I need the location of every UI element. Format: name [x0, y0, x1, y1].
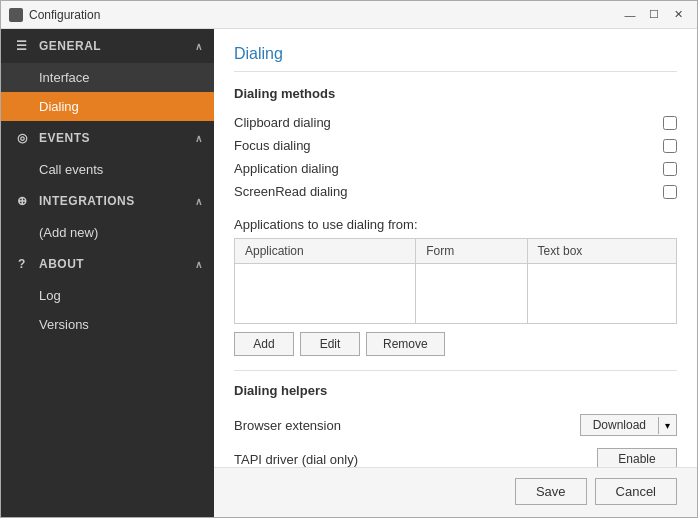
about-icon: ?	[13, 255, 31, 273]
window-title: Configuration	[29, 8, 100, 22]
about-chevron: ∧	[195, 259, 203, 270]
general-icon: ☰	[13, 37, 31, 55]
events-icon: ◎	[13, 129, 31, 147]
col-textbox: Text box	[527, 239, 676, 264]
sidebar-section-general[interactable]: ☰ GENERAL ∧	[1, 29, 214, 63]
section-divider	[234, 370, 677, 371]
dialing-helpers-section: Dialing helpers Browser extension Downlo…	[234, 383, 677, 467]
col-form: Form	[416, 239, 527, 264]
sidebar-item-versions[interactable]: Versions	[1, 310, 214, 339]
applications-table-section: Applications to use dialing from: Applic…	[234, 217, 677, 356]
sidebar-item-call-events[interactable]: Call events	[1, 155, 214, 184]
checkbox-clipboard: Clipboard dialing	[234, 111, 677, 134]
sidebar-item-add-new[interactable]: (Add new)	[1, 218, 214, 247]
edit-button[interactable]: Edit	[300, 332, 360, 356]
maximize-button[interactable]: ☐	[643, 6, 665, 24]
table-row	[235, 284, 677, 304]
checkbox-focus-input[interactable]	[663, 139, 677, 153]
sidebar-item-log[interactable]: Log	[1, 281, 214, 310]
main-content: ☰ GENERAL ∧ Interface Dialing ◎ EVENTS ∧	[1, 29, 697, 517]
sidebar-section-general-label: GENERAL	[39, 39, 101, 53]
helper-tapi-driver: TAPI driver (dial only) Enable	[234, 442, 677, 467]
col-application: Application	[235, 239, 416, 264]
window-controls: — ☐ ✕	[619, 6, 689, 24]
sidebar-section-about-label: ABOUT	[39, 257, 84, 271]
applications-table: Application Form Text box	[234, 238, 677, 324]
content-area: Dialing Dialing methods Clipboard dialin…	[214, 29, 697, 467]
applications-table-label: Applications to use dialing from:	[234, 217, 677, 232]
page-title: Dialing	[234, 45, 677, 72]
sidebar-section-integrations[interactable]: ⊕ INTEGRATIONS ∧	[1, 184, 214, 218]
table-buttons: Add Edit Remove	[234, 332, 677, 356]
download-arrow-button[interactable]: ▾	[658, 417, 676, 434]
dialing-methods-title: Dialing methods	[234, 86, 677, 101]
checkbox-clipboard-input[interactable]	[663, 116, 677, 130]
cancel-button[interactable]: Cancel	[595, 478, 677, 505]
sidebar-section-about[interactable]: ? ABOUT ∧	[1, 247, 214, 281]
integrations-icon: ⊕	[13, 192, 31, 210]
download-split-button[interactable]: Download ▾	[580, 414, 677, 436]
checkbox-screenread-input[interactable]	[663, 185, 677, 199]
sidebar-section-events[interactable]: ◎ EVENTS ∧	[1, 121, 214, 155]
checkbox-application: Application dialing	[234, 157, 677, 180]
save-button[interactable]: Save	[515, 478, 587, 505]
remove-button[interactable]: Remove	[366, 332, 445, 356]
sidebar-item-dialing[interactable]: Dialing	[1, 92, 214, 121]
minimize-button[interactable]: —	[619, 6, 641, 24]
helper-browser-extension: Browser extension Download ▾	[234, 408, 677, 442]
dialing-methods-section: Dialing methods Clipboard dialing Focus …	[234, 86, 677, 203]
integrations-chevron: ∧	[195, 196, 203, 207]
close-button[interactable]: ✕	[667, 6, 689, 24]
app-icon	[9, 8, 23, 22]
title-bar-left: Configuration	[9, 8, 100, 22]
footer-buttons: Save Cancel	[214, 467, 697, 517]
checkbox-screenread: ScreenRead dialing	[234, 180, 677, 203]
title-bar: Configuration — ☐ ✕	[1, 1, 697, 29]
checkbox-application-input[interactable]	[663, 162, 677, 176]
window: Configuration — ☐ ✕ ☰ GENERAL ∧ Interfac…	[0, 0, 698, 518]
dialing-helpers-title: Dialing helpers	[234, 383, 677, 398]
sidebar-section-integrations-label: INTEGRATIONS	[39, 194, 135, 208]
sidebar-section-events-label: EVENTS	[39, 131, 90, 145]
general-chevron: ∧	[195, 41, 203, 52]
sidebar-item-interface[interactable]: Interface	[1, 63, 214, 92]
checkbox-focus: Focus dialing	[234, 134, 677, 157]
add-button[interactable]: Add	[234, 332, 294, 356]
download-main-button[interactable]: Download	[581, 415, 658, 435]
events-chevron: ∧	[195, 133, 203, 144]
sidebar: ☰ GENERAL ∧ Interface Dialing ◎ EVENTS ∧	[1, 29, 214, 517]
table-row	[235, 304, 677, 324]
table-row	[235, 264, 677, 284]
tapi-driver-button[interactable]: Enable	[597, 448, 677, 467]
